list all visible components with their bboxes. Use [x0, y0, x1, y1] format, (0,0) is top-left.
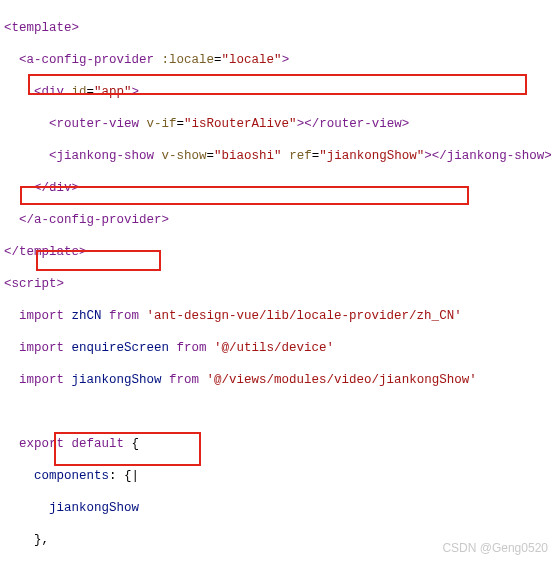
watermark: CSDN @Geng0520 [442, 540, 548, 556]
code-block: <template> <a-config-provider :locale="l… [0, 0, 554, 562]
